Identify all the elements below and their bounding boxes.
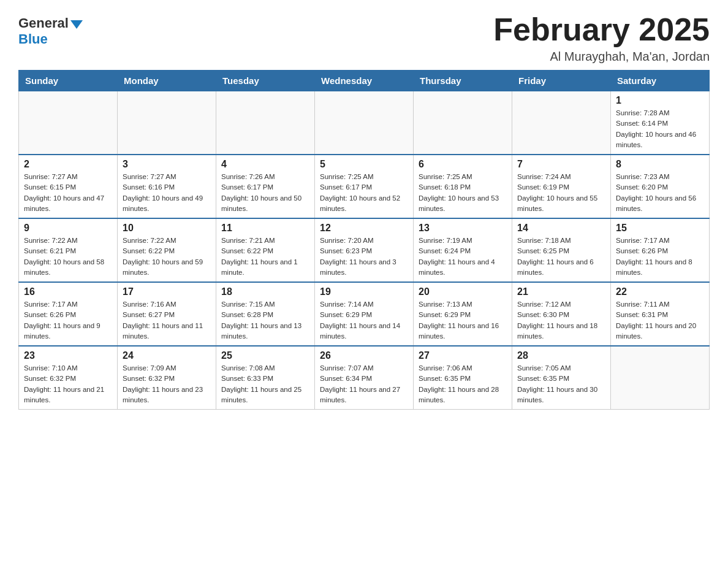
day-info: Sunrise: 7:25 AM Sunset: 6:18 PM Dayligh… — [419, 172, 507, 214]
calendar-cell — [315, 91, 414, 155]
day-number: 19 — [320, 286, 408, 297]
day-info: Sunrise: 7:17 AM Sunset: 6:26 PM Dayligh… — [616, 236, 704, 278]
day-number: 16 — [24, 286, 112, 297]
day-number: 1 — [616, 95, 704, 106]
title-area: February 2025 Al Murayghah, Ma'an, Jorda… — [493, 12, 710, 64]
location-subtitle: Al Murayghah, Ma'an, Jordan — [493, 50, 710, 64]
day-info: Sunrise: 7:14 AM Sunset: 6:29 PM Dayligh… — [320, 299, 408, 342]
calendar-cell: 18Sunrise: 7:15 AM Sunset: 6:28 PM Dayli… — [216, 282, 315, 346]
calendar-cell: 16Sunrise: 7:17 AM Sunset: 6:26 PM Dayli… — [19, 282, 118, 346]
calendar-week-row: 1Sunrise: 7:28 AM Sunset: 6:14 PM Daylig… — [19, 91, 710, 155]
logo-triangle-icon — [70, 20, 83, 29]
day-info: Sunrise: 7:18 AM Sunset: 6:25 PM Dayligh… — [517, 236, 605, 278]
day-info: Sunrise: 7:07 AM Sunset: 6:34 PM Dayligh… — [320, 363, 408, 405]
calendar-cell: 10Sunrise: 7:22 AM Sunset: 6:22 PM Dayli… — [118, 218, 216, 282]
calendar-cell: 15Sunrise: 7:17 AM Sunset: 6:26 PM Dayli… — [611, 218, 710, 282]
calendar-cell: 12Sunrise: 7:20 AM Sunset: 6:23 PM Dayli… — [315, 218, 414, 282]
calendar-cell: 13Sunrise: 7:19 AM Sunset: 6:24 PM Dayli… — [414, 218, 512, 282]
calendar-cell — [118, 91, 216, 155]
day-header-friday: Friday — [512, 71, 611, 91]
day-info: Sunrise: 7:26 AM Sunset: 6:17 PM Dayligh… — [221, 172, 309, 214]
day-info: Sunrise: 7:06 AM Sunset: 6:35 PM Dayligh… — [419, 363, 507, 405]
logo-blue-text: Blue — [18, 31, 48, 47]
calendar-cell: 6Sunrise: 7:25 AM Sunset: 6:18 PM Daylig… — [414, 155, 512, 218]
day-number: 28 — [517, 350, 605, 361]
calendar-cell — [611, 346, 710, 410]
day-number: 10 — [123, 223, 211, 234]
day-number: 12 — [320, 223, 408, 234]
calendar-header-row: SundayMondayTuesdayWednesdayThursdayFrid… — [19, 71, 710, 91]
calendar-cell: 27Sunrise: 7:06 AM Sunset: 6:35 PM Dayli… — [414, 346, 512, 410]
day-info: Sunrise: 7:20 AM Sunset: 6:23 PM Dayligh… — [320, 236, 408, 278]
calendar-cell: 5Sunrise: 7:25 AM Sunset: 6:17 PM Daylig… — [315, 155, 414, 218]
day-number: 13 — [419, 223, 507, 234]
calendar-week-row: 23Sunrise: 7:10 AM Sunset: 6:32 PM Dayli… — [19, 346, 710, 410]
calendar-cell: 22Sunrise: 7:11 AM Sunset: 6:31 PM Dayli… — [611, 282, 710, 346]
day-header-saturday: Saturday — [611, 71, 710, 91]
logo-general-text: General — [18, 15, 69, 31]
calendar-cell: 4Sunrise: 7:26 AM Sunset: 6:17 PM Daylig… — [216, 155, 315, 218]
day-info: Sunrise: 7:17 AM Sunset: 6:26 PM Dayligh… — [24, 299, 112, 342]
day-header-tuesday: Tuesday — [216, 71, 315, 91]
calendar-cell: 3Sunrise: 7:27 AM Sunset: 6:16 PM Daylig… — [118, 155, 216, 218]
calendar-cell: 1Sunrise: 7:28 AM Sunset: 6:14 PM Daylig… — [611, 91, 710, 155]
day-number: 20 — [419, 286, 507, 297]
day-number: 26 — [320, 350, 408, 361]
calendar-cell — [512, 91, 611, 155]
day-number: 23 — [24, 350, 112, 361]
day-number: 8 — [616, 159, 704, 170]
day-number: 15 — [616, 223, 704, 234]
calendar-cell: 2Sunrise: 7:27 AM Sunset: 6:15 PM Daylig… — [19, 155, 118, 218]
day-number: 5 — [320, 159, 408, 170]
day-number: 3 — [123, 159, 211, 170]
day-number: 2 — [24, 159, 112, 170]
day-number: 18 — [221, 286, 309, 297]
day-info: Sunrise: 7:11 AM Sunset: 6:31 PM Dayligh… — [616, 299, 704, 342]
calendar-cell: 21Sunrise: 7:12 AM Sunset: 6:30 PM Dayli… — [512, 282, 611, 346]
calendar-week-row: 9Sunrise: 7:22 AM Sunset: 6:21 PM Daylig… — [19, 218, 710, 282]
calendar-cell: 24Sunrise: 7:09 AM Sunset: 6:32 PM Dayli… — [118, 346, 216, 410]
day-header-sunday: Sunday — [19, 71, 118, 91]
day-number: 27 — [419, 350, 507, 361]
day-info: Sunrise: 7:19 AM Sunset: 6:24 PM Dayligh… — [419, 236, 507, 278]
day-info: Sunrise: 7:15 AM Sunset: 6:28 PM Dayligh… — [221, 299, 309, 342]
day-number: 24 — [123, 350, 211, 361]
day-info: Sunrise: 7:12 AM Sunset: 6:30 PM Dayligh… — [517, 299, 605, 342]
calendar-cell: 14Sunrise: 7:18 AM Sunset: 6:25 PM Dayli… — [512, 218, 611, 282]
day-number: 17 — [123, 286, 211, 297]
month-title: February 2025 — [493, 12, 710, 47]
day-info: Sunrise: 7:21 AM Sunset: 6:22 PM Dayligh… — [221, 236, 309, 278]
day-info: Sunrise: 7:16 AM Sunset: 6:27 PM Dayligh… — [123, 299, 211, 342]
day-info: Sunrise: 7:24 AM Sunset: 6:19 PM Dayligh… — [517, 172, 605, 214]
calendar-cell — [19, 91, 118, 155]
day-info: Sunrise: 7:08 AM Sunset: 6:33 PM Dayligh… — [221, 363, 309, 405]
calendar-cell: 28Sunrise: 7:05 AM Sunset: 6:35 PM Dayli… — [512, 346, 611, 410]
day-number: 22 — [616, 286, 704, 297]
day-number: 9 — [24, 223, 112, 234]
calendar-cell: 19Sunrise: 7:14 AM Sunset: 6:29 PM Dayli… — [315, 282, 414, 346]
calendar-cell: 20Sunrise: 7:13 AM Sunset: 6:29 PM Dayli… — [414, 282, 512, 346]
calendar-cell: 17Sunrise: 7:16 AM Sunset: 6:27 PM Dayli… — [118, 282, 216, 346]
day-number: 6 — [419, 159, 507, 170]
logo: General Blue — [18, 12, 83, 47]
calendar-cell — [414, 91, 512, 155]
calendar-cell: 25Sunrise: 7:08 AM Sunset: 6:33 PM Dayli… — [216, 346, 315, 410]
day-header-monday: Monday — [118, 71, 216, 91]
calendar-cell: 8Sunrise: 7:23 AM Sunset: 6:20 PM Daylig… — [611, 155, 710, 218]
day-number: 7 — [517, 159, 605, 170]
day-number: 11 — [221, 223, 309, 234]
calendar-cell: 7Sunrise: 7:24 AM Sunset: 6:19 PM Daylig… — [512, 155, 611, 218]
day-info: Sunrise: 7:10 AM Sunset: 6:32 PM Dayligh… — [24, 363, 112, 405]
day-info: Sunrise: 7:22 AM Sunset: 6:21 PM Dayligh… — [24, 236, 112, 278]
day-info: Sunrise: 7:23 AM Sunset: 6:20 PM Dayligh… — [616, 172, 704, 214]
calendar-cell: 26Sunrise: 7:07 AM Sunset: 6:34 PM Dayli… — [315, 346, 414, 410]
day-info: Sunrise: 7:09 AM Sunset: 6:32 PM Dayligh… — [123, 363, 211, 405]
day-info: Sunrise: 7:25 AM Sunset: 6:17 PM Dayligh… — [320, 172, 408, 214]
day-number: 25 — [221, 350, 309, 361]
calendar-cell: 9Sunrise: 7:22 AM Sunset: 6:21 PM Daylig… — [19, 218, 118, 282]
calendar-week-row: 2Sunrise: 7:27 AM Sunset: 6:15 PM Daylig… — [19, 155, 710, 218]
day-number: 14 — [517, 223, 605, 234]
calendar-cell — [216, 91, 315, 155]
day-info: Sunrise: 7:28 AM Sunset: 6:14 PM Dayligh… — [616, 108, 704, 150]
day-header-wednesday: Wednesday — [315, 71, 414, 91]
